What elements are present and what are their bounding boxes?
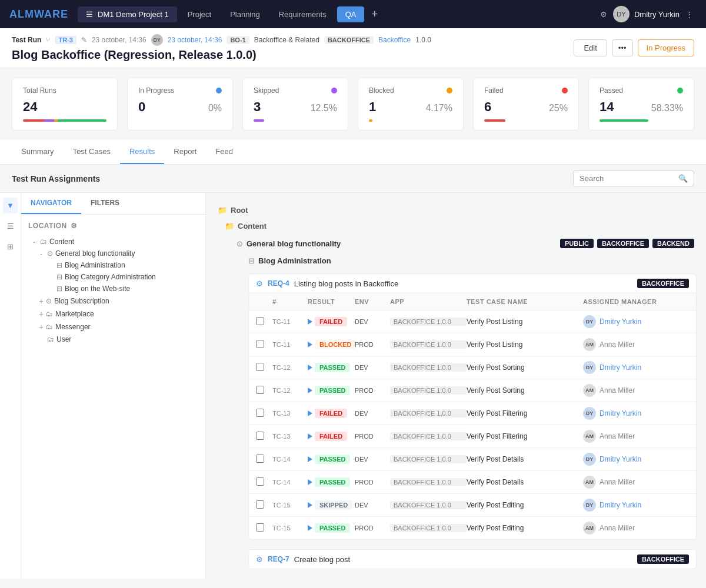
tab-feed[interactable]: Feed <box>206 140 242 164</box>
row-checkbox[interactable] <box>256 432 264 440</box>
stat-failed-pct: 25% <box>549 103 568 113</box>
backoffice-link[interactable]: Backoffice <box>378 36 411 44</box>
row-checkbox[interactable] <box>256 317 264 325</box>
row-checkbox[interactable] <box>256 363 264 371</box>
more-icon[interactable]: ⋮ <box>682 6 697 22</box>
row-checkbox[interactable] <box>256 500 264 509</box>
nav-item-project[interactable]: Project <box>179 6 219 22</box>
tc-id: TC-15 <box>272 524 308 532</box>
add-icon2[interactable]: + <box>39 309 44 319</box>
env-badge: PROD <box>355 433 390 440</box>
play-button[interactable] <box>308 387 312 393</box>
manager-name[interactable]: Anna Miller <box>600 340 635 349</box>
nav-item-planning[interactable]: Planning <box>222 6 268 22</box>
play-button[interactable] <box>308 433 312 439</box>
row-checkbox[interactable] <box>256 523 264 532</box>
result-badge: SKIPPED <box>315 500 352 510</box>
nav-item-requirements[interactable]: Requirements <box>271 6 335 22</box>
location-label: Location <box>28 222 67 230</box>
add-icon[interactable]: + <box>39 296 44 306</box>
sidebar-tab-navigator[interactable]: NAVIGATOR <box>21 193 81 214</box>
edit-icon[interactable]: ✎ <box>81 36 87 44</box>
play-button[interactable] <box>308 365 312 370</box>
row-checkbox[interactable] <box>256 409 264 417</box>
tree-item-general-blog[interactable]: - ⊙ General blog functionality <box>28 248 198 259</box>
tree-item-blog-admin[interactable]: ⊟ Blog Administration <box>28 259 198 271</box>
tr-tag[interactable]: TR-3 <box>55 36 76 44</box>
edit-button[interactable]: Edit <box>574 39 607 56</box>
search-input[interactable] <box>580 174 674 183</box>
play-button[interactable] <box>308 502 312 508</box>
more-options-button[interactable]: ••• <box>612 39 633 56</box>
stat-skipped-pct: 12.5% <box>311 103 337 113</box>
stat-passed-value: 14 <box>600 99 614 115</box>
manager-name[interactable]: Dmitry Yurkin <box>600 318 641 326</box>
play-button[interactable] <box>308 479 312 485</box>
tree-item-blog-website[interactable]: ⊟ Blog on the Web-site <box>28 283 198 295</box>
tree-item-blog-subscription[interactable]: + ⊙ Blog Subscription <box>28 295 198 308</box>
table-row: TC-13 FAILED PROD BACKOFFICE 1.0.0 Verif… <box>249 425 696 448</box>
tree-item-user[interactable]: 🗂 User <box>28 333 198 345</box>
manager-name[interactable]: Anna Miller <box>600 432 635 440</box>
stat-skipped-label: Skipped <box>254 86 279 95</box>
general-blog-label: General blog functionality <box>247 239 341 248</box>
component-icon: ⊙ <box>47 249 53 258</box>
sidebar-tab-filters[interactable]: FILTERS <box>81 193 129 214</box>
tc-name: Verify Post Listing <box>467 340 583 349</box>
req4-id[interactable]: REQ-4 <box>268 279 289 288</box>
row-checkbox[interactable] <box>256 455 264 463</box>
manager-name[interactable]: Dmitry Yurkin <box>600 409 641 417</box>
username: Dmitry Yurkin <box>634 10 680 19</box>
tree-item-content[interactable]: - 🗂 Content <box>28 236 198 248</box>
play-button[interactable] <box>308 319 312 325</box>
tc-id: TC-11 <box>272 318 308 325</box>
row-checkbox[interactable] <box>256 477 264 486</box>
folder-icon3: 🗂 <box>46 323 53 331</box>
manager-name[interactable]: Anna Miller <box>600 386 635 395</box>
tab-results[interactable]: Results <box>120 140 164 164</box>
tree-item-blog-category[interactable]: ⊟ Blog Category Administration <box>28 271 198 283</box>
add-icon3[interactable]: + <box>39 322 44 332</box>
user-link[interactable]: 23 october, 14:36 <box>168 36 222 44</box>
row-checkbox[interactable] <box>256 340 264 348</box>
play-button[interactable] <box>308 456 312 462</box>
tc-name: Verify Post Sorting <box>467 363 583 372</box>
play-button[interactable] <box>308 410 312 416</box>
app-badge: BACKOFFICE 1.0.0 <box>390 478 467 486</box>
grid-icon[interactable]: ⊞ <box>4 239 17 255</box>
manager-name[interactable]: Anna Miller <box>600 478 635 486</box>
env-badge: DEV <box>355 364 390 371</box>
req7-id[interactable]: REQ-7 <box>268 555 289 563</box>
tab-summary[interactable]: Summary <box>12 140 64 164</box>
settings-icon[interactable]: ⚙ <box>597 6 611 22</box>
req7-label: Create blog post <box>294 555 350 564</box>
tree-item-marketplace[interactable]: + 🗂 Marketplace <box>28 308 198 320</box>
tab-report[interactable]: Report <box>164 140 206 164</box>
tab-testcases[interactable]: Test Cases <box>64 140 120 164</box>
user-menu[interactable]: DY Dmitry Yurkin <box>613 6 680 22</box>
breadcrumb-date: 23 october, 14:36 <box>92 36 146 44</box>
hamburger-icon: ☰ <box>86 10 93 19</box>
table-row: TC-14 PASSED DEV BACKOFFICE 1.0.0 Verify… <box>249 448 696 471</box>
play-button[interactable] <box>308 342 312 348</box>
manager-name[interactable]: Dmitry Yurkin <box>600 363 641 372</box>
content-folder-icon: 📁 <box>225 222 234 230</box>
stat-passed: Passed 14 58.33% <box>588 78 694 131</box>
filter-icon[interactable]: ▼ <box>3 198 18 213</box>
row-checkbox[interactable] <box>256 386 264 394</box>
list-icon[interactable]: ☰ <box>4 218 18 234</box>
play-button[interactable] <box>308 525 312 531</box>
nav-item-qa[interactable]: QA <box>337 6 365 22</box>
project-selector[interactable]: ☰ DM1 Demo Project 1 <box>78 6 177 22</box>
public-tag: PUBLIC <box>560 239 594 248</box>
nav-add-icon[interactable]: + <box>367 6 382 23</box>
status-button[interactable]: In Progress <box>638 39 694 56</box>
col-result: RESULT <box>308 298 355 305</box>
manager-name[interactable]: Dmitry Yurkin <box>600 501 641 509</box>
location-settings-icon[interactable]: ⚙ <box>71 222 78 230</box>
col-num: # <box>272 298 308 305</box>
tree-item-messenger[interactable]: + 🗂 Messenger <box>28 320 198 333</box>
manager-name[interactable]: Dmitry Yurkin <box>600 455 641 463</box>
manager-name[interactable]: Anna Miller <box>600 524 635 532</box>
table-row: TC-12 PASSED DEV BACKOFFICE 1.0.0 Verify… <box>249 356 696 379</box>
